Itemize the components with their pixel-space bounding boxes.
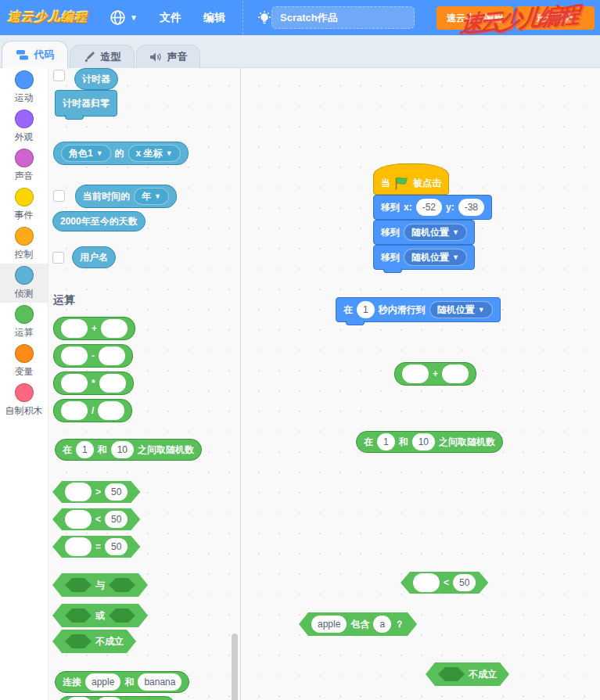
time-unit-dropdown[interactable]: 年▼: [134, 188, 169, 205]
block-palette[interactable]: 计时器 计时器归零 角色1▼ 的 x 坐标▼ 当前时间的 年▼ 2000年至今的…: [49, 68, 241, 700]
sidebar-item-myblocks[interactable]: 自制积木: [0, 381, 48, 420]
block-or[interactable]: 或: [52, 604, 148, 627]
sidebar-item-variables[interactable]: 变量: [0, 342, 48, 381]
sprite-dropdown[interactable]: 角色1▼: [61, 145, 111, 162]
contains-string-input[interactable]: apple: [311, 616, 347, 633]
compare-input[interactable]: 50: [453, 574, 476, 591]
join-input-1[interactable]: apple: [85, 673, 120, 691]
block-not[interactable]: 不成立: [426, 662, 509, 686]
menu-edit[interactable]: 编辑: [203, 11, 225, 25]
palette-scrollbar[interactable]: [232, 634, 238, 700]
block-multiply[interactable]: *: [53, 372, 134, 395]
y-input[interactable]: -38: [458, 199, 484, 216]
operand-slot[interactable]: [99, 346, 125, 365]
join-input-2[interactable]: banana: [138, 673, 181, 691]
block-not[interactable]: 不成立: [52, 630, 136, 653]
current-time-checkbox[interactable]: [53, 190, 65, 202]
block-and[interactable]: 与: [52, 573, 148, 597]
sidebar-item-control[interactable]: 控制: [0, 224, 48, 264]
sidebar-item-operators[interactable]: 运算: [0, 303, 48, 342]
block-current-time[interactable]: 当前时间的 年▼: [75, 185, 177, 208]
boolean-slot[interactable]: [65, 634, 92, 648]
glide-target-dropdown[interactable]: 随机位置▼: [429, 301, 493, 318]
operand-slot[interactable]: [61, 319, 88, 338]
goto-target-dropdown[interactable]: 随机位置▼: [404, 249, 467, 266]
sidebar-item-sound[interactable]: 声音: [0, 146, 48, 185]
block-partially-scrolled[interactable]: [58, 696, 175, 700]
block-less-than[interactable]: <50: [52, 508, 140, 530]
compare-input[interactable]: 50: [105, 511, 128, 528]
sidebar-item-looks[interactable]: 外观: [0, 107, 48, 146]
block-join[interactable]: 连接 apple 和 banana: [55, 671, 189, 693]
block-add[interactable]: +: [394, 362, 476, 386]
block-glide-to[interactable]: 在 1 秒内滑行到 随机位置▼: [336, 297, 501, 322]
random-max-input[interactable]: 10: [111, 441, 134, 458]
operand-slot[interactable]: [61, 374, 88, 393]
secondary-brand-button[interactable]: 速云官网: [516, 6, 595, 30]
block-pick-random[interactable]: 在 1 和 10 之间取随机数: [55, 439, 202, 461]
menu-file[interactable]: 文件: [160, 11, 181, 25]
language-selector[interactable]: ▼: [110, 9, 138, 26]
operand-slot[interactable]: [101, 319, 128, 338]
operand-slot[interactable]: [65, 483, 92, 501]
boolean-slot[interactable]: [109, 608, 135, 623]
block-sprite-property[interactable]: 角色1▼ 的 x 坐标▼: [53, 142, 189, 165]
block-label: 之间取随机数: [138, 443, 194, 457]
glide-secs-input[interactable]: 1: [357, 301, 375, 318]
tab-code[interactable]: 代码: [2, 41, 68, 68]
block-goto-xy[interactable]: 移到 x: -52 y: -38: [373, 195, 492, 220]
tab-costumes[interactable]: 造型: [70, 45, 135, 68]
block-equals[interactable]: =50: [52, 536, 140, 558]
boolean-slot[interactable]: [109, 578, 135, 592]
block-divide[interactable]: /: [53, 399, 132, 422]
goto-target-dropdown[interactable]: 随机位置▼: [404, 224, 467, 241]
block-days-since-2000[interactable]: 2000年至今的天数: [52, 211, 146, 232]
compare-input[interactable]: 50: [105, 483, 128, 501]
block-timer[interactable]: 计时器: [74, 68, 118, 90]
operand-slot[interactable]: [96, 697, 123, 700]
block-add[interactable]: +: [53, 317, 135, 340]
contains-substring-input[interactable]: a: [373, 616, 391, 633]
operand-slot[interactable]: [402, 364, 429, 383]
operand-slot[interactable]: [61, 346, 88, 365]
workspace-canvas[interactable]: 当 被点击 移到 x: -52 y: -38 移到 随机位置▼ 移到 随机位: [241, 68, 600, 700]
sidebar-item-sensing[interactable]: 侦测: [0, 264, 48, 303]
block-goto-random[interactable]: 移到 随机位置▼: [373, 245, 475, 270]
operand-slot[interactable]: [98, 401, 124, 420]
tab-sounds[interactable]: 声音: [136, 45, 200, 68]
sidebar-item-motion[interactable]: 运动: [0, 68, 48, 107]
sidebar-item-events[interactable]: 事件: [0, 185, 48, 224]
boolean-slot[interactable]: [438, 667, 465, 681]
block-subtract[interactable]: -: [53, 344, 133, 368]
boolean-slot[interactable]: [65, 608, 92, 623]
block-when-flag-clicked[interactable]: 当 被点击: [373, 173, 449, 195]
operand-slot[interactable]: [99, 374, 126, 393]
property-dropdown[interactable]: x 坐标▼: [128, 145, 181, 162]
operand-slot[interactable]: [442, 364, 469, 383]
block-less-than[interactable]: <50: [401, 572, 488, 594]
username-checkbox[interactable]: [52, 252, 64, 264]
operator-symbol: -: [92, 350, 95, 361]
block-timer-reset[interactable]: 计时器归零: [55, 90, 117, 117]
random-min-input[interactable]: 1: [377, 433, 395, 451]
operand-slot[interactable]: [66, 697, 92, 700]
scratch-editor: 速云少儿编程 ▼ 文件 编辑 教程 速云少儿编程 速云官网 速云少儿编程: [0, 0, 600, 700]
boolean-slot[interactable]: [65, 578, 92, 592]
operand-slot[interactable]: [413, 573, 440, 592]
account-button[interactable]: 速云少儿编程: [437, 6, 513, 30]
project-name-input[interactable]: [271, 6, 415, 29]
block-pick-random[interactable]: 在 1 和 10 之间取随机数: [356, 431, 503, 453]
block-goto-random[interactable]: 移到 随机位置▼: [373, 220, 475, 245]
timer-checkbox[interactable]: [53, 70, 65, 81]
block-contains[interactable]: apple 包含 a ？: [299, 612, 417, 636]
x-input[interactable]: -52: [416, 199, 442, 216]
block-greater-than[interactable]: >50: [52, 481, 140, 503]
operand-slot[interactable]: [65, 510, 92, 529]
random-min-input[interactable]: 1: [76, 441, 94, 458]
block-label: 秒内滑行到: [379, 303, 426, 317]
operand-slot[interactable]: [61, 401, 88, 420]
block-username[interactable]: 用户名: [72, 246, 116, 268]
operand-slot[interactable]: [65, 537, 92, 556]
compare-input[interactable]: 50: [105, 538, 128, 555]
random-max-input[interactable]: 10: [412, 433, 435, 451]
